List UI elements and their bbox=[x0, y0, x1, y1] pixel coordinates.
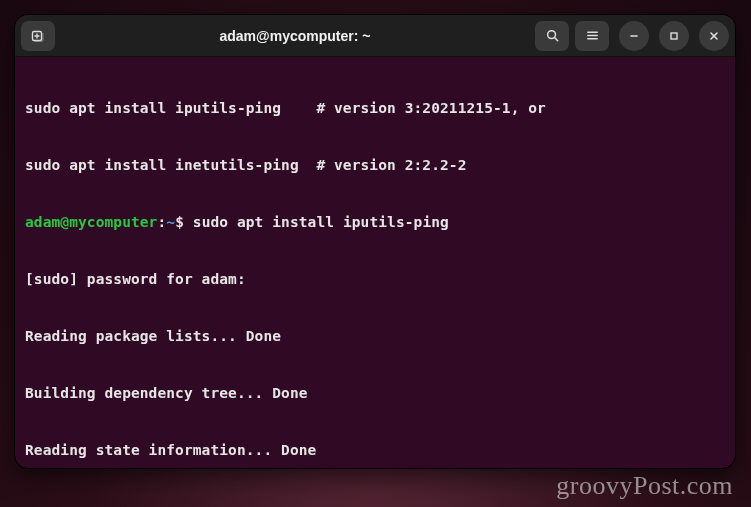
minimize-icon bbox=[628, 30, 640, 42]
output-line: sudo apt install inetutils-ping # versio… bbox=[25, 156, 725, 175]
output-line: sudo apt install iputils-ping # version … bbox=[25, 99, 725, 118]
titlebar-left-group bbox=[21, 21, 55, 51]
prompt-symbol: $ bbox=[175, 214, 184, 230]
output-line: Reading state information... Done bbox=[25, 441, 725, 460]
search-icon bbox=[545, 28, 560, 43]
output-line: Reading package lists... Done bbox=[25, 327, 725, 346]
hamburger-icon bbox=[585, 28, 600, 43]
window-controls bbox=[619, 21, 729, 51]
titlebar: adam@mycomputer: ~ bbox=[15, 15, 735, 57]
prompt-line: adam@mycomputer:~$ sudo apt install iput… bbox=[25, 213, 725, 232]
prompt-path: ~ bbox=[166, 214, 175, 230]
prompt-userhost: adam@mycomputer bbox=[25, 214, 157, 230]
maximize-icon bbox=[668, 30, 680, 42]
menu-button[interactable] bbox=[575, 21, 609, 51]
close-icon bbox=[708, 30, 720, 42]
terminal-window: adam@mycomputer: ~ bbox=[14, 14, 736, 469]
new-tab-button[interactable] bbox=[21, 21, 55, 51]
new-tab-icon bbox=[30, 28, 46, 44]
svg-rect-7 bbox=[671, 33, 677, 39]
terminal-body[interactable]: sudo apt install iputils-ping # version … bbox=[15, 57, 735, 468]
minimize-button[interactable] bbox=[619, 21, 649, 51]
command-text: sudo apt install iputils-ping bbox=[184, 214, 449, 230]
search-button[interactable] bbox=[535, 21, 569, 51]
maximize-button[interactable] bbox=[659, 21, 689, 51]
prompt-sep: : bbox=[157, 214, 166, 230]
svg-line-2 bbox=[554, 38, 557, 41]
close-button[interactable] bbox=[699, 21, 729, 51]
window-title: adam@mycomputer: ~ bbox=[61, 28, 529, 44]
output-line: [sudo] password for adam: bbox=[25, 270, 725, 289]
output-line: Building dependency tree... Done bbox=[25, 384, 725, 403]
watermark: groovyPost.com bbox=[556, 471, 733, 501]
